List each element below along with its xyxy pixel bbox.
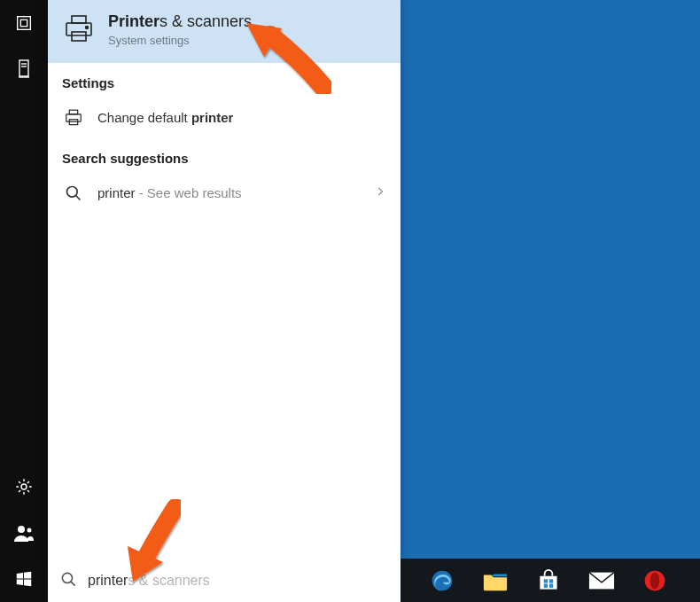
svg-point-28 — [650, 572, 660, 589]
svg-rect-0 — [18, 17, 31, 30]
taskbar-store[interactable] — [526, 559, 571, 602]
svg-rect-24 — [544, 583, 548, 587]
svg-rect-14 — [66, 113, 81, 121]
rail-tower-icon[interactable] — [0, 46, 48, 92]
taskbar-file-explorer[interactable] — [473, 559, 517, 602]
search-input-suggestion: s & scanners — [128, 573, 209, 589]
svg-point-16 — [67, 186, 78, 197]
best-match-text: Printers & scanners System settings — [108, 12, 252, 47]
search-input-typed: printer — [88, 573, 128, 589]
opera-icon — [642, 568, 667, 593]
folder-icon — [482, 569, 509, 592]
taskbar-edge[interactable] — [420, 559, 464, 602]
svg-rect-13 — [69, 110, 77, 114]
rail-settings[interactable] — [0, 464, 48, 510]
svg-rect-23 — [549, 579, 553, 582]
svg-rect-1 — [20, 20, 27, 26]
settings-result-prefix: Change default — [97, 110, 191, 125]
search-icon — [60, 571, 77, 591]
start-button[interactable] — [0, 556, 48, 602]
search-box[interactable]: printers & scanners — [48, 559, 401, 602]
edge-icon — [430, 568, 455, 593]
svg-line-19 — [71, 581, 75, 585]
printer-icon — [62, 106, 85, 129]
svg-point-7 — [18, 526, 25, 533]
suggestions-header: Search suggestions — [48, 138, 401, 173]
svg-rect-25 — [549, 583, 553, 587]
svg-point-12 — [86, 27, 89, 29]
best-match-subtitle: System settings — [108, 34, 252, 47]
settings-header: Settings — [48, 63, 401, 98]
best-match-title-bold: Printer — [108, 12, 159, 30]
web-suggestion-hint: - See web results — [136, 185, 242, 200]
square-icon — [14, 13, 34, 33]
svg-point-8 — [27, 528, 32, 533]
mail-icon — [588, 571, 615, 590]
best-match-title-rest: s & scanners — [159, 12, 252, 30]
windows-icon — [14, 569, 34, 589]
svg-rect-11 — [72, 32, 86, 41]
svg-rect-22 — [544, 579, 548, 582]
search-results-panel: Printers & scanners System settings Sett… — [48, 0, 401, 559]
taskbar-mail[interactable] — [579, 559, 624, 602]
svg-rect-2 — [19, 60, 28, 76]
svg-point-6 — [21, 484, 27, 489]
svg-rect-9 — [72, 16, 86, 23]
web-suggestion-row[interactable]: printer - See web results — [48, 173, 401, 214]
gear-icon — [14, 477, 34, 496]
taskbar — [401, 559, 700, 602]
settings-result-bold: printer — [191, 110, 234, 125]
printer-icon — [62, 12, 96, 46]
svg-point-18 — [62, 573, 72, 582]
taskbar-opera[interactable] — [633, 559, 677, 602]
web-suggestion-query: printer — [97, 185, 136, 200]
chevron-right-icon — [374, 185, 386, 201]
svg-line-17 — [76, 195, 81, 199]
svg-rect-15 — [69, 119, 77, 124]
settings-result-change-default-printer[interactable]: Change default printer — [48, 98, 401, 138]
rail-app-icon[interactable] — [0, 0, 48, 46]
device-icon — [15, 59, 33, 80]
svg-rect-21 — [540, 575, 556, 589]
store-icon — [536, 568, 561, 593]
people-icon — [13, 523, 35, 543]
rail-people[interactable] — [0, 510, 48, 556]
cortana-rail — [0, 0, 48, 602]
best-match-result[interactable]: Printers & scanners System settings — [48, 0, 401, 63]
search-icon — [62, 182, 85, 205]
